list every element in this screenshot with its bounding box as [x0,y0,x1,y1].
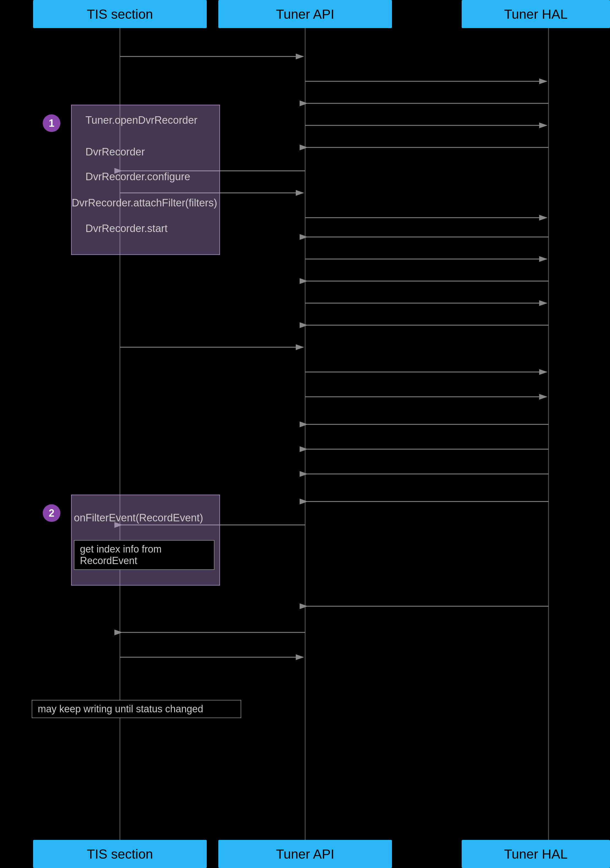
arrow-label-start: DvrRecorder.start [85,223,168,234]
tuner-api-footer: Tuner API [218,840,392,868]
note-keep-writing: may keep writing until status changed [32,700,241,718]
arrow-label-open-dvr: Tuner.openDvrRecorder [85,114,197,126]
arrow-label-filter-event: onFilterEvent(RecordEvent) [74,512,203,524]
arrow-label-attach-filter: DvrRecorder.attachFilter(filters) [72,197,217,209]
tuner-hal-footer: Tuner HAL [462,840,610,868]
tuner-api-header: Tuner API [218,0,392,28]
tuner-hal-header: Tuner HAL [462,0,610,28]
arrow-label-configure: DvrRecorder.configure [85,171,190,183]
arrow-label-dvr-recorder: DvrRecorder [85,146,145,158]
step-2-circle: 2 [43,504,61,522]
tis-footer: TIS section [33,840,207,868]
note-get-index: get index info from RecordEvent [74,540,214,570]
tis-header: TIS section [33,0,207,28]
step-1-circle: 1 [43,114,61,132]
